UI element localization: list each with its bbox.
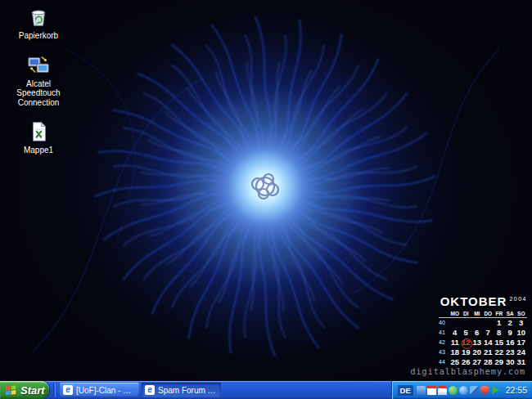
internet-explorer-icon: e xyxy=(145,385,155,395)
taskbar-divider xyxy=(53,383,56,397)
tray-icon-network[interactable] xyxy=(470,386,479,395)
taskbar-button-uof-clan[interactable]: e [UoF]-Clan - Union of... xyxy=(60,383,139,397)
system-tray: DE 22:55 xyxy=(391,381,532,399)
calendar-day: 8 xyxy=(494,328,505,338)
calendar-day-header: MI xyxy=(471,309,483,318)
calendar-day: 19 xyxy=(461,347,472,357)
calendar-day: 31 xyxy=(516,357,527,367)
calendar-day: 17 xyxy=(516,338,527,347)
calendar-day-header: FR xyxy=(494,309,505,318)
desktop-icon-recycle-bin[interactable]: Papierkorb xyxy=(3,5,74,41)
taskbar-button-label: Spam Forum -- [UoF]-... xyxy=(158,386,218,395)
calendar-day-header: DI xyxy=(461,309,472,318)
calendar-week-number: 41 xyxy=(439,328,449,338)
screen: Papierkorb Alcatel Speedtouch Connection xyxy=(0,0,532,399)
desktop-icon-excel-workbook[interactable]: Mappe1 xyxy=(3,119,74,155)
calendar-day: 26 xyxy=(461,357,472,367)
calendar-day: 5 xyxy=(461,328,472,338)
calendar-day: 1 xyxy=(494,318,505,328)
calendar-day: 9 xyxy=(505,328,516,338)
calendar-day: 2 xyxy=(505,318,516,328)
tray-clock[interactable]: 22:55 xyxy=(506,385,527,395)
calendar-day: 21 xyxy=(483,347,494,357)
calendar-day-header: DO xyxy=(483,309,494,318)
calendar-day xyxy=(483,318,494,328)
calendar-month-title: OKTOBER xyxy=(440,294,507,308)
calendar-corner xyxy=(439,309,449,318)
desktop-icon-alcatel-connection[interactable]: Alcatel Speedtouch Connection xyxy=(3,53,74,108)
language-indicator[interactable]: DE xyxy=(398,385,413,396)
calendar-day xyxy=(449,318,461,328)
desktop-icon-label: Mappe1 xyxy=(24,146,53,155)
calendar-day: 6 xyxy=(471,328,483,338)
start-button-label: Start xyxy=(20,384,45,397)
calendar-year: 2004 xyxy=(509,296,527,302)
calendar-week-number: 40 xyxy=(439,318,449,328)
calendar-grid: MO DI MI DO FR SA SO 40 1 2 3 41 4 5 6 7 xyxy=(439,309,529,367)
calendar-day: 16 xyxy=(505,338,516,347)
calendar-day: 24 xyxy=(516,347,527,357)
calendar-day: 20 xyxy=(471,347,483,357)
calendar-day: 22 xyxy=(494,347,505,357)
desktop-icon-label: Alcatel Speedtouch Connection xyxy=(3,79,74,108)
calendar-week-number: 44 xyxy=(439,357,449,367)
tray-icon-messenger[interactable] xyxy=(459,386,468,395)
tray-icon-volume[interactable] xyxy=(491,386,500,395)
calendar-day: 23 xyxy=(505,347,516,357)
tray-icon-scheduler[interactable] xyxy=(427,386,436,395)
calendar-day: 4 xyxy=(449,328,461,338)
calendar-day: 25 xyxy=(449,357,461,367)
calendar-day: 7 xyxy=(483,328,494,338)
calendar-day-header: SA xyxy=(505,309,516,318)
calendar-day: 29 xyxy=(494,357,505,367)
calendar-week-number: 42 xyxy=(439,338,449,347)
calendar-day: 27 xyxy=(471,357,483,367)
windows-flag-icon xyxy=(5,384,17,397)
desktop-icon-label: Papierkorb xyxy=(19,31,58,41)
calendar-day: 14 xyxy=(483,338,494,347)
tray-icon-security[interactable] xyxy=(480,386,489,395)
calendar-day: 10 xyxy=(516,328,527,338)
excel-workbook-icon xyxy=(26,119,51,144)
start-button[interactable]: Start xyxy=(0,381,49,399)
tray-icon-update[interactable] xyxy=(449,386,458,395)
taskbar-button-label: [UoF]-Clan - Union of... xyxy=(76,386,136,395)
taskbar-window-buttons: e [UoF]-Clan - Union of... e Spam Forum … xyxy=(60,383,221,397)
calendar-day: 30 xyxy=(505,357,516,367)
calendar-day: 28 xyxy=(483,357,494,367)
calendar-day-header: SO xyxy=(516,309,527,318)
internet-explorer-icon: e xyxy=(63,385,73,395)
desktop[interactable]: Papierkorb Alcatel Speedtouch Connection xyxy=(0,0,532,381)
digitalblasphemy-watermark: digitalblasphemy.com xyxy=(411,367,525,376)
calendar-day: 15 xyxy=(494,338,505,347)
tray-icon-calendar[interactable] xyxy=(438,386,447,395)
calendar-day: 13 xyxy=(471,338,483,347)
recycle-bin-icon xyxy=(26,5,51,29)
tray-icon-display[interactable] xyxy=(417,386,426,395)
calendar-day-header: MO xyxy=(449,309,461,318)
taskbar-button-spam-forum[interactable]: e Spam Forum -- [UoF]-... xyxy=(142,383,221,397)
calendar-day-highlighted: 12 xyxy=(461,338,472,347)
dialup-connection-icon xyxy=(26,53,51,78)
calendar-day: 18 xyxy=(449,347,461,357)
desktop-icon-list: Papierkorb Alcatel Speedtouch Connection xyxy=(3,5,74,155)
calendar-day xyxy=(461,318,472,328)
taskbar: Start e [UoF]-Clan - Union of... e Spam … xyxy=(0,381,532,399)
calendar-day: 3 xyxy=(516,318,527,328)
calendar-day xyxy=(471,318,483,328)
calendar-week-number: 43 xyxy=(439,347,449,357)
calendar-header: OKTOBER 2004 xyxy=(439,294,529,308)
calendar-day: 11 xyxy=(449,338,461,347)
wallpaper-calendar: OKTOBER 2004 MO DI MI DO FR SA SO 40 1 2… xyxy=(439,294,529,367)
